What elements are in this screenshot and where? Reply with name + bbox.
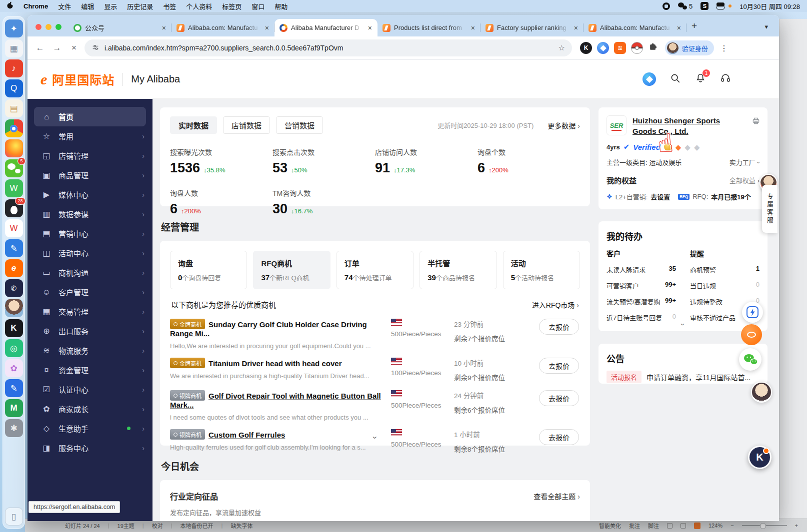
menubar-app-name[interactable]: Chrome — [24, 2, 48, 10]
rfq-title-link[interactable]: Titanium Driver head with head cover — [208, 359, 342, 368]
apple-icon[interactable] — [7, 1, 14, 10]
sidebar-item-customer-management[interactable]: ☺客户管理› — [28, 282, 152, 302]
tab-alibaba-manufacturers-1[interactable]: Alibaba.com: Manufactu × — [172, 19, 274, 36]
dock-notes-app-icon[interactable]: ▤ — [5, 99, 23, 117]
sidebar-item-data-advisor[interactable]: ▥数据参谋› — [28, 204, 152, 224]
menu-history[interactable]: 历史记录 — [127, 1, 153, 11]
sidebar-item-business-assistant[interactable]: ◇生意助手› — [28, 419, 152, 438]
dock-settings-app-icon[interactable]: ✱ — [5, 419, 23, 437]
sidebar-item-trade-management[interactable]: ▦交易管理› — [28, 302, 152, 321]
statusbar-present-icon[interactable] — [694, 523, 700, 529]
statusbar-comment[interactable]: 批注 — [629, 522, 640, 530]
tab-alibaba-manufacturers-2[interactable]: Alibaba.com: Manufactu × — [584, 19, 686, 36]
extension-k-icon[interactable]: K — [580, 42, 592, 54]
chrome-menu-icon[interactable]: ⋮ — [718, 43, 730, 53]
tab-close-icon[interactable]: × — [470, 24, 476, 32]
todo-row-opportunity-alert[interactable]: 商机预警1 — [690, 265, 760, 274]
menu-file[interactable]: 文件 — [58, 1, 71, 11]
menu-help[interactable]: 帮助 — [274, 1, 288, 11]
statusbar-font-warning[interactable]: 缺失字体 — [230, 522, 252, 530]
dock-launchpad-icon[interactable]: ▦ — [5, 39, 23, 57]
sidebar-item-product-management[interactable]: ▣商品管理› — [28, 165, 152, 185]
todo-row-unread-requests[interactable]: 未读人脉请求35 — [606, 265, 676, 274]
self-marketing-action[interactable]: 去设置 — [650, 192, 670, 201]
sidebar-item-home[interactable]: ⌂首页 — [34, 107, 146, 126]
quote-button[interactable]: 去报价 — [539, 319, 579, 335]
extension-pokeball-icon[interactable] — [631, 42, 643, 54]
dock-firefox-icon[interactable] — [5, 139, 23, 157]
sidebar-item-favorites[interactable]: ☆常用› — [28, 126, 152, 146]
screen-record-icon[interactable] — [662, 2, 670, 10]
dock-wechat-icon[interactable]: 5 — [5, 159, 23, 177]
sidebar-item-merchant-growth[interactable]: ✿商家成长› — [28, 399, 152, 419]
statusbar-backup[interactable]: 本地备份已开 — [180, 522, 214, 530]
customer-service-headset-icon[interactable] — [720, 73, 731, 86]
wechat-float-icon[interactable] — [739, 348, 762, 371]
view-all-topics-link[interactable]: 查看全部主题 — [534, 491, 580, 501]
search-icon[interactable] — [670, 73, 681, 86]
enter-rfq-market-link[interactable]: 进入RFQ市场 — [532, 300, 579, 310]
stop-loading-button[interactable]: × — [68, 43, 80, 53]
sidebar-item-business-communication[interactable]: ▭商机沟通› — [28, 263, 152, 282]
new-tab-button[interactable]: + — [692, 20, 697, 31]
strength-factory-dropdown[interactable]: 实力工厂› — [730, 157, 760, 167]
extension-orange-icon[interactable]: ≋ — [614, 42, 626, 54]
sidebar-item-media-center[interactable]: ▶媒体中心› — [28, 185, 152, 204]
tab-close-icon[interactable]: × — [676, 24, 682, 32]
sidebar-item-activity-center[interactable]: ◫活动中心› — [28, 243, 152, 263]
dock-pen-app-icon[interactable]: ✎ — [5, 379, 23, 397]
dock-avatar-app-icon[interactable] — [5, 299, 23, 317]
wechat-status-icon[interactable]: 5 — [678, 2, 692, 10]
todo-expand-chevron-icon[interactable]: › — [679, 323, 688, 326]
all-rights-link[interactable]: 全部权益 — [730, 175, 760, 185]
menu-tabs[interactable]: 标签页 — [222, 1, 242, 11]
zoom-slider[interactable] — [742, 525, 787, 526]
quote-button[interactable]: 去报价 — [539, 429, 579, 445]
card-semi-managed[interactable]: 半托管 39个商品待报名 — [420, 251, 496, 289]
k-float-button[interactable]: K — [748, 446, 772, 469]
profile-chip[interactable]: 验证身份 — [665, 40, 714, 55]
more-data-link[interactable]: 更多数据 — [548, 120, 580, 130]
sidebar-item-logistics-services[interactable]: ≋物流服务› — [28, 341, 152, 360]
sidebar-item-marketing-center[interactable]: ▤营销中心› — [28, 224, 152, 243]
dock-qq-icon[interactable]: 28 — [5, 199, 23, 217]
sidebar-item-funds-management[interactable]: ¤资金管理› — [28, 360, 152, 380]
expand-chevron-icon[interactable]: › — [370, 436, 380, 439]
bookmark-star-icon[interactable]: ☆ — [558, 43, 565, 52]
dock-pink-app-icon[interactable]: ✿ — [5, 359, 23, 377]
menu-bookmarks[interactable]: 书签 — [163, 1, 176, 11]
card-inquiries[interactable]: 询盘 0个询盘待回复 — [170, 251, 247, 289]
dock-alibaba-supplier-icon[interactable]: e — [5, 259, 23, 277]
assistant-avatar-float[interactable] — [751, 382, 772, 403]
tab-alibaba-manufacturer-active[interactable]: Alibaba Manufacturer D × — [274, 19, 378, 36]
extension-diamond-icon[interactable] — [597, 42, 609, 54]
dock-trash-icon[interactable]: ▯ — [5, 508, 23, 526]
statusbar-proofing[interactable]: 校对 — [152, 522, 163, 530]
notice-text-link[interactable]: 申请订单融资，享11月国际站首... — [646, 372, 750, 382]
control-toggles-icon[interactable] — [716, 2, 732, 9]
zoom-out-icon[interactable]: − — [730, 523, 734, 529]
tab-marketing-data[interactable]: 营销数据 — [276, 116, 323, 134]
todo-row-churn-warning[interactable]: 流失预警/高潜复购99+ — [606, 297, 676, 306]
close-window-button[interactable] — [36, 24, 42, 30]
alibaba-logo[interactable]: e 阿里国际站 — [40, 70, 114, 88]
tab-close-icon[interactable]: × — [572, 24, 580, 32]
address-bar[interactable]: i.alibaba.com/index.htm?spm=a2700.suppli… — [84, 39, 572, 56]
menu-profiles[interactable]: 个人资料 — [186, 1, 212, 11]
dock-q-browser-icon[interactable]: Q — [5, 79, 23, 97]
dock-k-app-icon[interactable]: K — [5, 319, 23, 337]
sidebar-item-certification-center[interactable]: ☑认证中心› — [28, 380, 152, 399]
todo-row-pending-reply[interactable]: 近7日待主账号回复0 — [606, 313, 676, 322]
tab-search-chevron-icon[interactable]: ▾ — [764, 23, 775, 30]
rfq-title-link[interactable]: Custom Golf Ferrules — [208, 431, 285, 439]
tab-close-icon[interactable]: × — [160, 24, 168, 32]
printer-icon[interactable] — [752, 116, 760, 127]
dock-chrome-icon[interactable] — [5, 119, 23, 137]
quote-button[interactable]: 去报价 — [539, 358, 579, 374]
todo-row-marketable-customers[interactable]: 可营销客户99+ — [606, 281, 676, 290]
dock-wps-writer-icon[interactable]: W — [5, 219, 23, 237]
url-text[interactable]: i.alibaba.com/index.htm?spm=a2700.suppli… — [104, 44, 343, 52]
dedicated-service-tab[interactable]: 专属客服 — [762, 185, 778, 233]
site-settings-icon[interactable] — [92, 43, 100, 53]
statusbar-view-icon-1[interactable] — [667, 523, 672, 529]
